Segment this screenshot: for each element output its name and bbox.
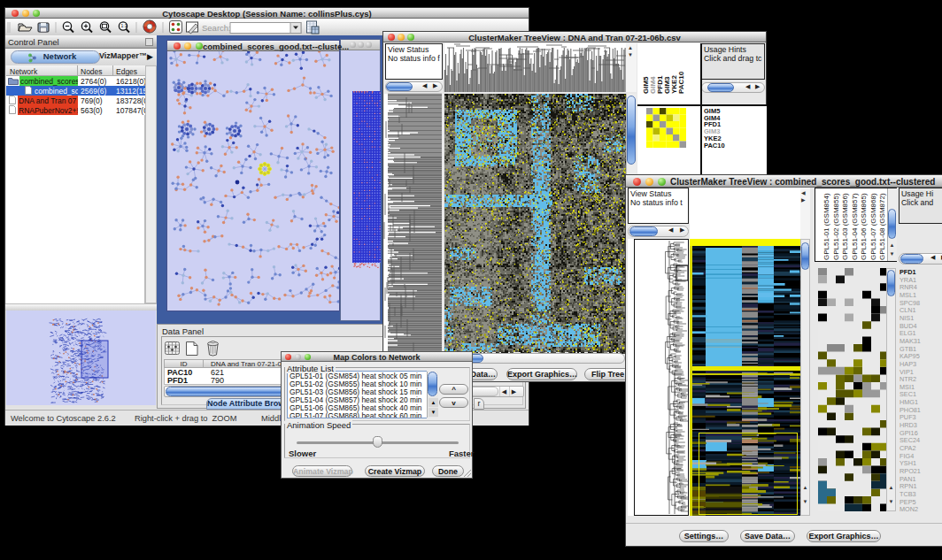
svg-text:1:1: 1:1 [121, 23, 127, 28]
svg-text:Search:: Search: [202, 23, 231, 33]
